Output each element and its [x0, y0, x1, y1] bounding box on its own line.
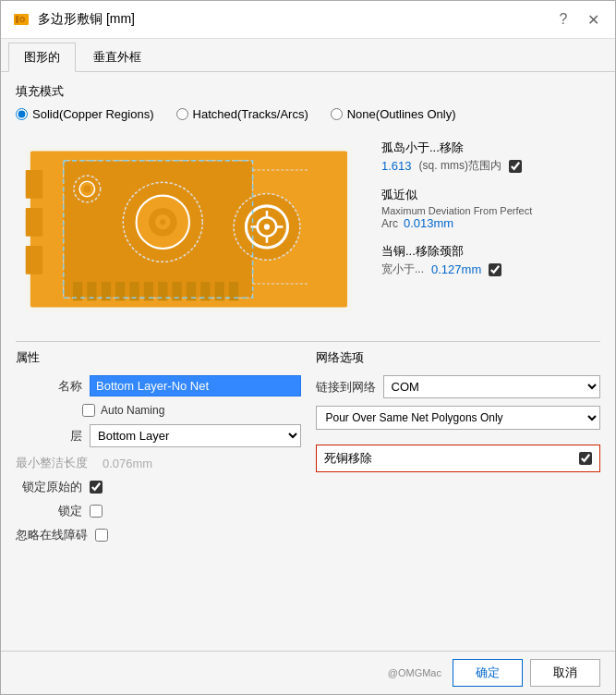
dialog-title: 多边形敷铜 [mm]	[38, 11, 135, 28]
svg-rect-7	[26, 208, 42, 237]
dead-copper-checkbox[interactable]	[579, 452, 592, 465]
network-title: 网络选项	[316, 349, 601, 366]
fill-solid-radio[interactable]	[16, 108, 28, 120]
fill-hatched-label: Hatched(Tracks/Arcs)	[193, 107, 308, 121]
close-button[interactable]: ✕	[582, 8, 604, 30]
title-bar-right: ? ✕	[552, 8, 604, 30]
name-input[interactable]	[90, 375, 301, 396]
bottom-panels: 属性 名称 Auto Naming 层 Bottom Layer	[16, 349, 600, 551]
tab-vertical[interactable]: 垂直外框	[78, 43, 157, 71]
help-button[interactable]: ?	[552, 8, 574, 30]
min-clean-value: 0.076mm	[103, 457, 152, 470]
dead-copper-row: 死铜移除	[316, 445, 601, 472]
fill-mode-options: Solid(Copper Regions) Hatched(Tracks/Arc…	[16, 107, 600, 121]
min-clean-label: 最小整洁长度	[16, 455, 88, 471]
island-checkbox[interactable]	[509, 160, 522, 173]
tab-graphic[interactable]: 图形的	[8, 43, 76, 72]
island-value: 1.613	[381, 159, 412, 173]
pour-over-select[interactable]: Pour Over Same Net Polygons Only	[316, 406, 601, 430]
thermal-label: 宽小于...	[381, 262, 424, 277]
footer: @OMGMac 确定 取消	[1, 651, 615, 694]
svg-rect-6	[26, 170, 42, 199]
fill-none-radio[interactable]	[331, 108, 343, 120]
fill-none-label: None(Outlines Only)	[347, 107, 456, 121]
auto-naming-label: Auto Naming	[101, 404, 164, 417]
network-panel: 网络选项 链接到网络 COM Pour Over Same Net Polygo…	[316, 349, 601, 551]
lock-original-checkbox[interactable]	[90, 481, 103, 494]
lock-row: 锁定	[16, 503, 301, 519]
auto-naming-row: Auto Naming	[82, 404, 301, 417]
arc-value: 0.013mm	[404, 216, 453, 230]
ignore-obstacles-label: 忽略在线障碍	[16, 527, 88, 543]
layer-select[interactable]: Bottom Layer	[90, 424, 301, 447]
name-label: 名称	[16, 378, 82, 395]
lock-original-label: 锁定原始的	[16, 479, 82, 495]
dialog-window: 多边形敷铜 [mm] ? ✕ 图形的 垂直外框 填充模式 Solid(Coppe…	[0, 0, 616, 695]
title-bar-left: 多边形敷铜 [mm]	[12, 10, 135, 29]
cancel-button[interactable]: 取消	[530, 659, 600, 687]
tab-bar: 图形的 垂直外框	[1, 39, 615, 72]
arc-title: 弧近似	[381, 187, 600, 203]
fill-none-option[interactable]: None(Outlines Only)	[331, 107, 456, 121]
connect-network-row: 链接到网络 COM	[316, 375, 601, 398]
app-icon	[12, 10, 30, 29]
thermal-title: 当铜...移除颈部	[381, 243, 600, 260]
svg-point-3	[21, 18, 24, 21]
fill-mode-label: 填充模式	[16, 83, 600, 100]
svg-point-33	[264, 224, 270, 229]
svg-point-29	[83, 185, 91, 192]
layer-label: 层	[16, 428, 82, 445]
fill-solid-label: Solid(Copper Regions)	[32, 107, 154, 121]
island-title: 孤岛小于...移除	[381, 140, 600, 156]
thermal-value: 0.127mm	[431, 262, 481, 276]
thermal-section: 当铜...移除颈部 宽小于... 0.127mm	[381, 243, 600, 277]
name-row: 名称	[16, 375, 301, 396]
right-info-panel: 孤岛小于...移除 1.613 (sq. mms)范围内 弧近似 Maximum…	[381, 132, 600, 326]
pour-over-row: Pour Over Same Net Polygons Only	[316, 406, 601, 437]
lock-label: 锁定	[16, 503, 82, 519]
auto-naming-checkbox[interactable]	[82, 404, 95, 417]
fill-hatched-option[interactable]: Hatched(Tracks/Arcs)	[176, 107, 308, 121]
confirm-button[interactable]: 确定	[453, 659, 523, 687]
min-clean-row: 最小整洁长度 0.076mm	[16, 455, 301, 471]
main-area: 孤岛小于...移除 1.613 (sq. mms)范围内 弧近似 Maximum…	[16, 132, 600, 326]
arc-label: Arc	[381, 217, 398, 230]
fill-hatched-radio[interactable]	[176, 108, 188, 120]
title-bar: 多边形敷铜 [mm] ? ✕	[1, 1, 615, 39]
thermal-checkbox[interactable]	[489, 263, 501, 276]
island-unit: (sq. mms)范围内	[419, 158, 501, 174]
dead-copper-label: 死铜移除	[324, 450, 372, 467]
ignore-obstacles-checkbox[interactable]	[95, 529, 108, 542]
pcb-graphic-container	[16, 132, 367, 326]
lock-checkbox[interactable]	[90, 505, 103, 518]
island-section: 孤岛小于...移除 1.613 (sq. mms)范围内	[381, 140, 600, 174]
properties-panel: 属性 名称 Auto Naming 层 Bottom Layer	[16, 349, 301, 551]
fill-solid-option[interactable]: Solid(Copper Regions)	[16, 107, 154, 121]
arc-section: 弧近似 Maximum Deviation From Perfect Arc 0…	[381, 187, 600, 230]
lock-original-row: 锁定原始的	[16, 479, 301, 495]
svg-point-26	[160, 219, 165, 225]
svg-rect-8	[26, 246, 42, 274]
divider	[16, 341, 600, 342]
connect-select[interactable]: COM	[383, 375, 601, 398]
arc-desc: Maximum Deviation From Perfect	[381, 205, 600, 216]
svg-rect-1	[16, 16, 18, 23]
content-area: 填充模式 Solid(Copper Regions) Hatched(Track…	[1, 72, 615, 651]
watermark-text: @OMGMac	[388, 667, 441, 678]
properties-title: 属性	[16, 349, 301, 366]
ignore-obstacles-row: 忽略在线障碍	[16, 527, 301, 543]
pcb-graphic	[16, 132, 367, 326]
connect-label: 链接到网络	[316, 379, 376, 396]
layer-row: 层 Bottom Layer	[16, 424, 301, 447]
